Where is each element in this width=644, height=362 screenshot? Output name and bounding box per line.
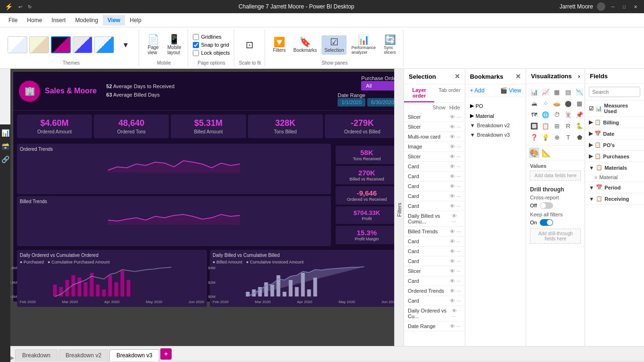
hide-label[interactable]: Hide xyxy=(449,105,460,110)
viz-icon-bar[interactable]: 📊 xyxy=(529,87,539,97)
sel-card-10[interactable]: Card 👁 ··· xyxy=(404,296,465,306)
sel-card-7[interactable]: Card 👁 ··· xyxy=(404,247,465,256)
sel-card-2[interactable]: Card 👁 ··· xyxy=(404,172,465,181)
field-group-receiving-header[interactable]: ▼ 📋 Receiving xyxy=(585,193,644,204)
bookmark-breakdown-v3[interactable]: ▼ Breakdown v3 xyxy=(469,130,522,140)
viz-icon-shape[interactable]: ⬟ xyxy=(574,132,585,142)
field-group-materials-header[interactable]: ▼ 📋 Materials xyxy=(585,162,644,173)
viz-icon-gauge[interactable]: ⏱ xyxy=(552,109,562,120)
themes-dropdown[interactable]: ▾ xyxy=(116,38,135,52)
viz-expand-icon[interactable]: › xyxy=(578,73,580,80)
viz-add-values-field[interactable]: Add data fields here xyxy=(530,171,581,181)
viz-icon-slicer[interactable]: 🔲 xyxy=(529,121,539,131)
sel-daily-billed[interactable]: Daily Billed vs Cumu... 👁 ··· xyxy=(404,211,465,227)
tab-breakdown-v3[interactable]: Breakdown v3 xyxy=(109,349,159,361)
menu-view[interactable]: View xyxy=(103,15,125,25)
tab-tab-order[interactable]: Tab order xyxy=(434,84,464,102)
close-btn[interactable]: ✕ xyxy=(632,3,639,10)
sel-date-range[interactable]: Date Range 👁 ··· xyxy=(404,321,465,331)
theme-5[interactable] xyxy=(94,36,114,53)
viz-icon-hbar[interactable]: ▤ xyxy=(563,87,573,97)
date-to[interactable]: 6/30/2020 xyxy=(367,98,398,107)
viz-icon-kpi[interactable]: 📌 xyxy=(574,109,585,120)
sel-slicer-2[interactable]: Slicer 👁 ··· xyxy=(404,122,465,132)
tab-add-btn[interactable]: + xyxy=(160,348,172,360)
window-controls[interactable]: ↩ ↻ xyxy=(17,3,33,10)
viz-icon-scatter[interactable]: ⁘ xyxy=(540,98,551,108)
viz-format-analytics[interactable]: 📐 xyxy=(541,148,552,158)
minimize-btn[interactable]: ─ xyxy=(609,3,617,10)
filters-btn[interactable]: 🔽 Filters xyxy=(270,35,289,55)
gridlines-input[interactable] xyxy=(193,34,199,40)
tab-layer-order[interactable]: Layer order xyxy=(404,84,434,102)
sel-card-6[interactable]: Card 👁 ··· xyxy=(404,237,465,247)
bookmark-add-btn[interactable]: + Add xyxy=(470,87,485,94)
viz-icon-table[interactable]: 📋 xyxy=(540,121,551,131)
bookmark-material[interactable]: ▶ Material xyxy=(469,111,522,121)
undo-btn[interactable]: ↩ xyxy=(17,3,24,10)
menu-help[interactable]: Help xyxy=(125,15,146,25)
sel-card-4[interactable]: Card 👁 ··· xyxy=(404,191,465,201)
sel-ordered-trends[interactable]: Ordered Trends 👁 ··· xyxy=(404,286,465,296)
viz-icon-stacked-bar[interactable]: 📈 xyxy=(540,87,551,97)
tab-breakdown-v2[interactable]: Breakdown v2 xyxy=(58,349,108,361)
menu-file[interactable]: File xyxy=(4,15,22,25)
field-group-billing-header[interactable]: ▶ 📋 Billing xyxy=(585,117,644,128)
bookmarks-btn[interactable]: 🔖 Bookmarks xyxy=(290,35,320,55)
sel-slicer-4[interactable]: Slicer 👁 ··· xyxy=(404,266,465,276)
field-group-measures-header[interactable]: ☑ 📊 Measures Used xyxy=(585,100,644,116)
nav-next[interactable]: ▶ xyxy=(10,354,14,361)
field-material[interactable]: ≡ Material xyxy=(585,173,644,181)
viz-icon-r[interactable]: R xyxy=(563,121,573,131)
performance-btn[interactable]: 📊 Performanceanalyzer xyxy=(348,33,379,57)
viz-format-visual[interactable]: 🎨 xyxy=(529,148,539,158)
left-icon-data[interactable]: 🗃️ xyxy=(0,141,10,151)
left-icon-report[interactable]: 📊 xyxy=(0,128,10,138)
sel-daily-ordered[interactable]: Daily Ordered vs Cu... 👁 ··· xyxy=(404,306,465,321)
viz-icon-line[interactable]: 📉 xyxy=(574,87,585,97)
viz-icon-matrix[interactable]: ⊞ xyxy=(552,121,562,131)
sel-slicer-1[interactable]: Slicer 👁 ··· xyxy=(404,112,465,122)
selection-close[interactable]: ✕ xyxy=(454,73,460,80)
tab-breakdown[interactable]: Breakdown xyxy=(15,349,58,361)
sel-card-5[interactable]: Card 👁 ··· xyxy=(404,201,465,211)
menu-insert[interactable]: Insert xyxy=(47,15,70,25)
field-group-purchases-header[interactable]: ▶ 📋 Purchases xyxy=(585,151,644,162)
mobile-layout-btn[interactable]: 📱 Mobilelayout xyxy=(165,33,184,57)
sync-slicers-btn[interactable]: 🔄 Syncslicers xyxy=(380,33,399,57)
sel-slicer-3[interactable]: Slicer 👁 ··· xyxy=(404,152,465,162)
left-icon-model[interactable]: 🔗 xyxy=(0,155,10,164)
viz-icon-donut[interactable]: ⬤ xyxy=(563,98,573,108)
viz-icon-filled-map[interactable]: 🌐 xyxy=(540,109,551,120)
snap-to-grid-checkbox[interactable]: Snap to grid xyxy=(193,42,230,48)
theme-3[interactable] xyxy=(51,36,71,53)
selection-btn[interactable]: ☑ Selection xyxy=(322,35,347,55)
field-group-date-header[interactable]: ▶ 📅 Date xyxy=(585,128,644,139)
viz-icon-python[interactable]: 🐍 xyxy=(574,121,585,131)
lock-objects-checkbox[interactable]: Lock objects xyxy=(193,50,230,56)
theme-4[interactable] xyxy=(73,36,92,53)
theme-1[interactable] xyxy=(8,36,27,53)
sel-card-9[interactable]: Card 👁 ··· xyxy=(404,276,465,286)
bookmarks-close[interactable]: ✕ xyxy=(515,73,521,80)
sel-card-3[interactable]: Card 👁 ··· xyxy=(404,181,465,191)
page-view-btn[interactable]: 📄 Pageview xyxy=(144,33,163,57)
date-from[interactable]: 1/1/2020 xyxy=(338,98,365,107)
redo-btn[interactable]: ↻ xyxy=(26,3,33,10)
sel-image[interactable]: Image 👁 ··· xyxy=(404,142,465,152)
gridlines-checkbox[interactable]: Gridlines xyxy=(193,34,230,40)
sel-multirow-card[interactable]: Multi-row card 👁 ··· xyxy=(404,132,465,142)
sel-billed-trends[interactable]: Billed Trends 👁 ··· xyxy=(404,227,465,237)
viz-icon-card[interactable]: 🃏 xyxy=(563,109,573,120)
theme-2[interactable] xyxy=(29,36,49,53)
viz-icon-pie[interactable]: 🥧 xyxy=(552,98,562,108)
cross-report-toggle[interactable] xyxy=(540,202,553,209)
bookmark-view-btn[interactable]: 🎬 View xyxy=(500,87,521,94)
bookmark-breakdown-v2[interactable]: ▼ Breakdown v2 xyxy=(469,121,522,130)
viz-icon-100pct-bar[interactable]: ▦ xyxy=(552,87,562,97)
menu-home[interactable]: Home xyxy=(22,15,47,25)
viz-icon-smart[interactable]: 💡 xyxy=(540,132,551,142)
keep-filters-toggle[interactable] xyxy=(540,219,553,226)
show-label[interactable]: Show xyxy=(433,105,446,110)
scale-to-fit-btn[interactable]: ⊡ xyxy=(240,38,259,51)
